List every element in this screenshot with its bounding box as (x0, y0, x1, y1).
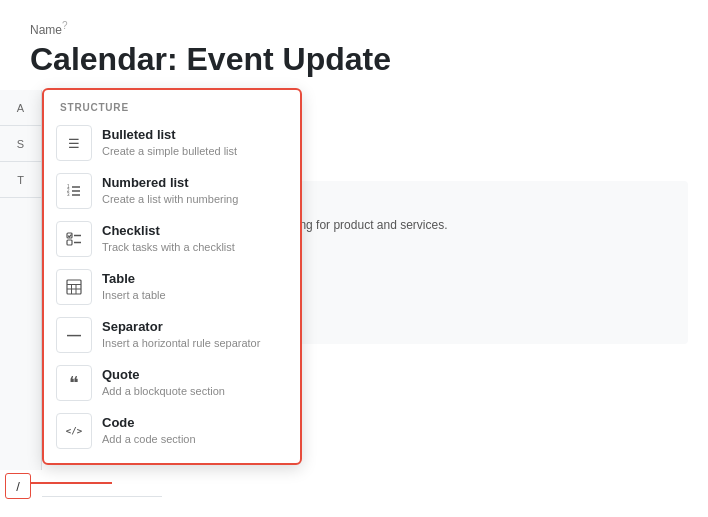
separator-text: Separator Insert a horizontal rule separ… (102, 319, 260, 350)
quote-text: Quote Add a blockquote section (102, 367, 225, 398)
table-title: Table (102, 271, 166, 288)
svg-rect-10 (67, 280, 81, 294)
menu-item-numbered-list[interactable]: 1 2 3 Numbered list Create a list with n… (44, 167, 300, 215)
code-icon: </> (56, 413, 92, 449)
structure-dropdown: STRUCTURE Bulleted list Create a simple … (42, 88, 302, 465)
table-desc: Insert a table (102, 288, 166, 302)
separator-icon (56, 317, 92, 353)
menu-item-checklist[interactable]: Checklist Track tasks with a checklist (44, 215, 300, 263)
numbered-list-desc: Create a list with numbering (102, 192, 238, 206)
numbered-list-text: Numbered list Create a list with numberi… (102, 175, 238, 206)
numbered-list-icon: 1 2 3 (56, 173, 92, 209)
quote-desc: Add a blockquote section (102, 384, 225, 398)
quote-title: Quote (102, 367, 225, 384)
bottom-border (42, 496, 162, 497)
checklist-icon (56, 221, 92, 257)
table-icon (56, 269, 92, 305)
separator-title: Separator (102, 319, 260, 336)
bulleted-list-text: Bulleted list Create a simple bulleted l… (102, 127, 237, 158)
page-container: Name? Calendar: Event Update A S T nt up… (0, 0, 708, 517)
name-label: Name? (30, 20, 678, 37)
code-title: Code (102, 415, 196, 432)
menu-item-bulleted-list[interactable]: Bulleted list Create a simple bulleted l… (44, 119, 300, 167)
arrow-indicator (0, 473, 708, 493)
page-title: Calendar: Event Update (30, 41, 678, 78)
bulleted-list-icon (56, 125, 92, 161)
menu-item-code[interactable]: </> Code Add a code section (44, 407, 300, 455)
quote-icon: ❝ (56, 365, 92, 401)
bulleted-list-desc: Create a simple bulleted list (102, 144, 237, 158)
sidebar: A S T (0, 90, 42, 470)
section-header: STRUCTURE (44, 98, 300, 119)
numbered-list-title: Numbered list (102, 175, 238, 192)
checklist-desc: Track tasks with a checklist (102, 240, 235, 254)
bulleted-list-title: Bulleted list (102, 127, 237, 144)
menu-item-separator[interactable]: Separator Insert a horizontal rule separ… (44, 311, 300, 359)
table-text: Table Insert a table (102, 271, 166, 302)
separator-desc: Insert a horizontal rule separator (102, 336, 260, 350)
checklist-text: Checklist Track tasks with a checklist (102, 223, 235, 254)
code-text: Code Add a code section (102, 415, 196, 446)
menu-item-quote[interactable]: ❝ Quote Add a blockquote section (44, 359, 300, 407)
slash-command-trigger[interactable]: / (5, 473, 31, 499)
code-desc: Add a code section (102, 432, 196, 446)
sidebar-item-s[interactable]: S (0, 126, 41, 162)
menu-item-table[interactable]: Table Insert a table (44, 263, 300, 311)
svg-rect-8 (67, 240, 72, 245)
sidebar-item-a[interactable]: A (0, 90, 41, 126)
sidebar-item-t[interactable]: T (0, 162, 41, 198)
checklist-title: Checklist (102, 223, 235, 240)
svg-text:3: 3 (67, 192, 70, 197)
